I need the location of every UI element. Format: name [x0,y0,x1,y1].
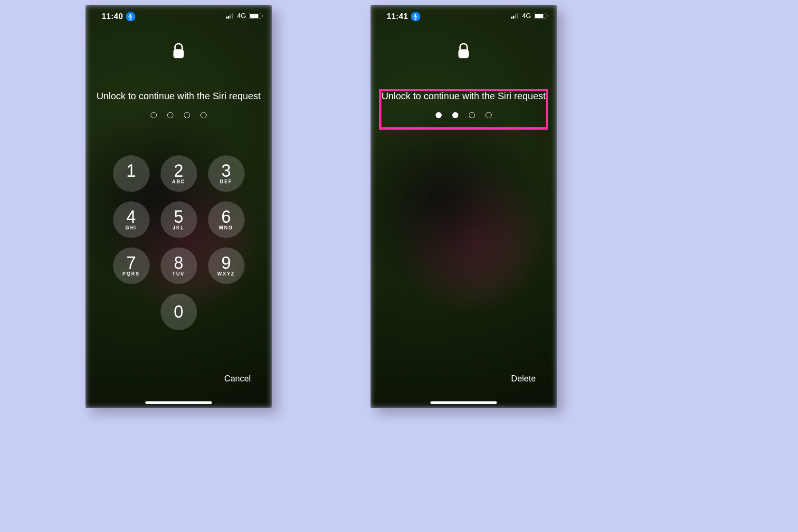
passcode-dot [151,112,157,118]
passcode-prompt: Unlock to continue with the Siri request [94,91,263,102]
key-digit: 0 [174,304,183,321]
comparison-stage: 11:40 4G Unlock to continue with the Sir… [0,0,798,532]
key-letters: PQRS [123,271,140,277]
key-letters: DEF [220,179,232,185]
key-digit: 5 [174,209,183,226]
mic-recording-icon [411,12,420,21]
key-digit: 6 [221,209,231,226]
status-bar: 11:40 4G [86,5,272,26]
phone-screenshot-entering: 11:41 4G Unlock to continue with the Sir… [370,5,557,408]
keypad-key-7[interactable]: 7PQRS [113,247,150,284]
keypad-key-8[interactable]: 8TUV [161,247,197,284]
network-label: 4G [522,12,531,19]
key-digit: 1 [126,162,136,180]
key-digit: 3 [221,162,231,180]
svg-rect-7 [458,49,469,58]
mic-recording-icon [126,12,135,21]
status-bar: 11:41 4G [370,5,557,26]
key-letters: JKL [173,225,185,231]
key-digit: 2 [174,162,183,180]
passcode-dot [485,112,492,118]
key-digit: 9 [221,255,231,272]
home-indicator[interactable] [430,401,497,404]
passcode-dot [436,112,442,118]
passcode-dots [94,112,263,118]
key-letters: ABC [172,179,185,185]
svg-rect-2 [130,19,132,19]
passcode-prompt-zone: Unlock to continue with the Siri request [379,91,548,118]
passcode-keypad: 1 2ABC 3DEF 4GHI 5JKL 6MNO 7PQRS 8TUV 9W… [86,155,272,330]
key-letters: WXYZ [218,271,235,277]
keypad-key-0[interactable]: 0 [161,294,197,330]
key-letters: GHI [125,225,137,231]
passcode-dot [200,112,207,118]
cell-signal-icon [226,13,234,19]
battery-icon [249,13,261,19]
home-indicator[interactable] [145,401,212,404]
key-letters: TUV [172,271,185,277]
passcode-dots [379,112,548,118]
svg-rect-3 [173,49,184,58]
network-label: 4G [237,12,246,19]
svg-rect-5 [415,18,416,19]
key-letters: MNO [219,225,233,231]
delete-button[interactable]: Delete [511,374,536,384]
passcode-dot [184,112,190,118]
passcode-dot [167,112,173,118]
passcode-prompt-zone: Unlock to continue with the Siri request [94,91,263,118]
keypad-key-4[interactable]: 4GHI [113,201,150,238]
keypad-key-9[interactable]: 9WXYZ [208,247,245,284]
keypad-key-3[interactable]: 3DEF [208,155,245,192]
dim-overlay [370,5,557,408]
status-time: 11:41 [387,12,408,21]
status-time: 11:40 [102,12,123,21]
svg-rect-6 [415,19,417,19]
passcode-prompt: Unlock to continue with the Siri request [379,91,548,102]
keypad-key-1[interactable]: 1 [113,155,150,192]
passcode-dot [469,112,475,118]
key-digit: 7 [126,255,136,272]
keypad-key-2[interactable]: 2ABC [161,155,197,192]
passcode-dot [452,112,458,118]
keypad-key-6[interactable]: 6MNO [208,201,245,238]
key-digit: 8 [174,255,183,272]
battery-icon [534,13,546,19]
svg-rect-1 [130,18,131,19]
lock-icon [370,42,557,59]
phone-screenshot-keypad: 11:40 4G Unlock to continue with the Sir… [86,5,272,408]
key-digit: 4 [126,209,136,226]
keypad-key-5[interactable]: 5JKL [161,201,197,238]
cell-signal-icon [511,13,519,19]
svg-rect-0 [130,14,132,17]
cancel-button[interactable]: Cancel [224,374,251,384]
svg-rect-4 [415,14,417,17]
lock-icon [86,42,272,59]
